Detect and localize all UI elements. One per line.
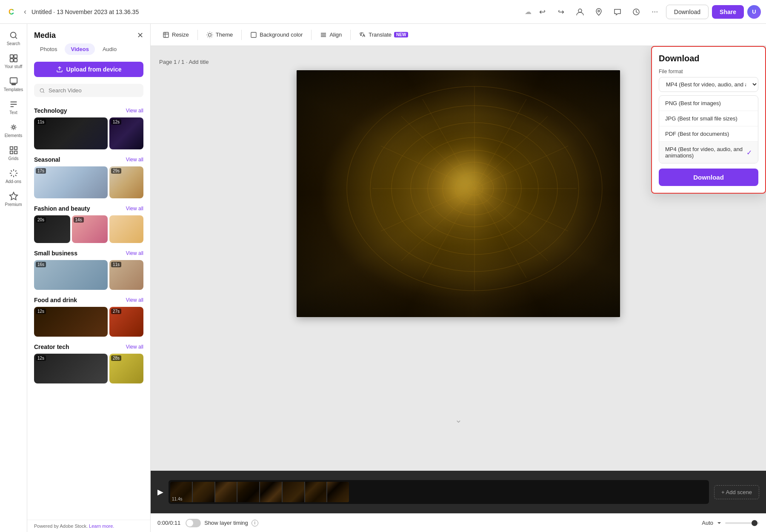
timeline-track[interactable]: 11.4s (169, 480, 709, 504)
sidebar-icons: Search Your stuff Templates Text Element… (0, 24, 27, 532)
svg-rect-11 (11, 84, 15, 85)
redo-button[interactable]: ↪ (554, 4, 569, 20)
tab-audio[interactable]: Audio (97, 43, 123, 55)
video-thumb[interactable]: 28s (109, 354, 143, 383)
svg-line-44 (381, 146, 474, 189)
location-button[interactable] (591, 4, 606, 20)
video-thumb[interactable]: 27s (109, 307, 143, 337)
info-icon[interactable]: i (252, 520, 258, 526)
svg-rect-9 (14, 59, 17, 62)
tab-videos[interactable]: Videos (65, 43, 94, 55)
sidebar-item-premium[interactable]: Premium (2, 188, 26, 210)
canvas-page-label: Page 1 / 1 · Add title (159, 59, 209, 65)
creator-view-all[interactable]: View all (126, 344, 143, 350)
video-thumb[interactable]: 11s (109, 260, 143, 290)
svg-line-42 (423, 189, 474, 278)
upload-from-device-button[interactable]: Upload from device (34, 62, 143, 77)
your-stuff-icon (9, 54, 18, 63)
video-thumb[interactable]: 12s (34, 307, 108, 337)
svg-point-18 (40, 89, 43, 92)
bg-color-button[interactable]: Background color (245, 29, 308, 41)
panel-footer: Powered by Adobe Stock. Learn more. (27, 520, 150, 532)
file-format-select[interactable]: PNG (Best for images) JPG (Best for smal… (659, 77, 758, 92)
sidebar-item-your-stuff[interactable]: Your stuff (2, 50, 26, 72)
download-button[interactable]: Download (666, 5, 709, 19)
translate-badge: NEW (394, 32, 408, 37)
toolbar-divider (241, 30, 242, 40)
small-business-view-all[interactable]: View all (126, 250, 143, 256)
video-thumb[interactable] (109, 215, 143, 243)
video-thumb[interactable]: 17s (34, 166, 108, 198)
templates-icon (9, 77, 18, 86)
theme-button[interactable]: Theme (201, 29, 238, 41)
add-scene-button[interactable]: + Add scene (714, 485, 759, 499)
media-panel: Media ✕ Photos Videos Audio Upload from … (27, 24, 151, 532)
video-thumb[interactable]: 11s (34, 117, 108, 149)
learn-more-link[interactable]: Learn more. (89, 523, 114, 529)
search-input[interactable] (49, 87, 138, 94)
panel-close-button[interactable]: ✕ (137, 31, 143, 40)
download-main-button[interactable]: Download (659, 169, 758, 186)
svg-rect-8 (10, 59, 13, 62)
sidebar-item-grids[interactable]: Grids (2, 142, 26, 164)
resize-button[interactable]: Resize (157, 29, 194, 41)
tab-photos[interactable]: Photos (34, 43, 63, 55)
premium-icon (9, 192, 18, 201)
technology-view-all[interactable]: View all (126, 108, 143, 114)
sidebar-item-search[interactable]: Search (2, 27, 26, 49)
more-button[interactable]: ··· (647, 4, 663, 20)
fashion-view-all[interactable]: View all (126, 206, 143, 212)
seasonal-view-all[interactable]: View all (126, 157, 143, 163)
panel-title: Media (34, 31, 56, 40)
video-thumb[interactable]: 12s (109, 117, 143, 149)
toolbar: Resize Theme Background color Align Tran… (151, 24, 766, 46)
svg-line-38 (474, 99, 526, 189)
video-duration: 11s (111, 262, 121, 267)
panel-header: Media ✕ (27, 24, 150, 43)
theme-icon (206, 31, 213, 38)
back-button[interactable]: ‹ (22, 6, 28, 18)
video-thumb[interactable]: 16s (34, 260, 108, 290)
video-thumb[interactable]: 12s (34, 354, 108, 383)
zoom-chevron-icon (717, 521, 722, 526)
format-option-pdf[interactable]: PDF (Best for documents) (659, 126, 758, 142)
food-view-all[interactable]: View all (126, 297, 143, 303)
video-duration: 12s (36, 355, 46, 361)
sidebar-item-templates[interactable]: Templates (2, 73, 26, 95)
video-thumb[interactable]: 20s (34, 215, 70, 243)
layer-timing-toggle[interactable] (186, 519, 201, 527)
document-title: Untitled · 13 November 2023 at 13.36.35 (31, 9, 521, 15)
format-option-jpg[interactable]: JPG (Best for small file sizes) (659, 111, 758, 126)
align-icon (320, 31, 327, 38)
video-thumb[interactable]: 14s (72, 215, 108, 243)
format-option-png[interactable]: PNG (Best for images) (659, 96, 758, 111)
translate-button[interactable]: Translate NEW (354, 29, 413, 41)
sidebar-item-elements[interactable]: Elements (2, 119, 26, 141)
category-technology-header: Technology View all (34, 107, 143, 114)
share-button[interactable]: Share (712, 5, 744, 19)
svg-line-45 (423, 99, 474, 189)
canvas-collapse-button[interactable]: ⌄ (455, 415, 462, 425)
category-creator-header: Creator tech View all (34, 343, 143, 350)
comments-button[interactable] (629, 4, 644, 20)
sidebar-item-add-ons[interactable]: Add-ons (2, 165, 26, 187)
clip-duration: 11.4s (172, 497, 182, 501)
video-duration: 12s (111, 119, 121, 125)
undo-button[interactable]: ↩ (535, 4, 550, 20)
category-technology-title: Technology (34, 107, 67, 114)
canvas-frame[interactable] (297, 70, 620, 317)
play-button[interactable]: ▶ (157, 487, 163, 497)
profile-button[interactable] (572, 4, 588, 20)
clip-frame (283, 482, 304, 502)
sidebar-item-text[interactable]: Text (2, 96, 26, 118)
format-option-mp4[interactable]: MP4 (Best for video, audio, and animatio… (659, 142, 758, 163)
svg-rect-7 (14, 55, 17, 58)
elements-icon (9, 123, 18, 132)
chat-button[interactable] (610, 4, 625, 20)
video-thumb[interactable]: 29s (109, 166, 143, 198)
user-avatar[interactable]: U (747, 5, 761, 19)
align-button[interactable]: Align (315, 29, 347, 41)
zoom-slider[interactable] (725, 522, 759, 524)
topbar-actions: ↩ ↪ ··· Download Share U (535, 4, 761, 20)
timeline-clip[interactable]: 11.4s (170, 482, 349, 502)
